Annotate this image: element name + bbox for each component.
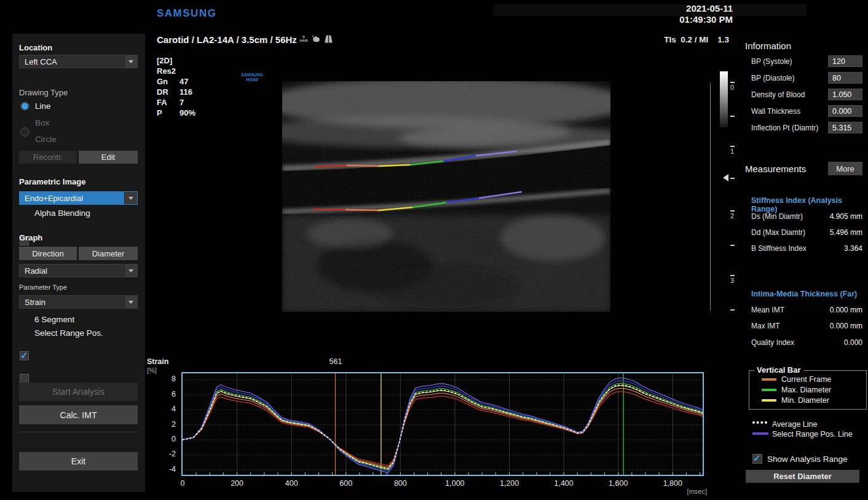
- radio-line[interactable]: [20, 101, 30, 111]
- ultrasound-image[interactable]: [282, 81, 610, 312]
- param-key: DR: [157, 87, 168, 97]
- select-range-pos-label: Select Range Pos.: [34, 328, 103, 338]
- select-range-line-label: Select Range Pos. Line: [772, 430, 853, 438]
- y-tick-label: 0: [159, 435, 176, 443]
- location-label: Location: [19, 43, 52, 52]
- measure-label: Mean IMT: [751, 306, 784, 314]
- system-date: 2021-05-11: [622, 3, 733, 14]
- bp-diastole-input[interactable]: 80: [828, 72, 862, 84]
- field-label: Inflection Pt (Diamtr): [751, 124, 818, 132]
- inflection-pt-input[interactable]: 5.315: [828, 122, 862, 133]
- imt-section-title: Intima-Media Thickness (Far): [751, 290, 857, 298]
- measure-label: Dd (Max Diamtr): [751, 228, 805, 237]
- more-button[interactable]: More: [828, 162, 862, 175]
- far_wall-segment: [314, 209, 346, 210]
- ruler-tick: [730, 210, 735, 212]
- wall-thickness-input[interactable]: 0.000: [828, 105, 862, 117]
- measure-label: Max IMT: [751, 322, 780, 330]
- graph-mode-value: Radial: [25, 266, 47, 276]
- device-watermark: SAMSUNG HS80: [237, 73, 267, 82]
- graph-title: Strain: [147, 357, 168, 366]
- calc-imt-button[interactable]: Calc. IMT: [19, 405, 138, 424]
- param-key: Gn: [157, 77, 168, 86]
- direction-button[interactable]: Direction: [19, 247, 77, 260]
- measure-label: Quality Index: [751, 338, 794, 347]
- parameter-type-label: Parameter Type: [19, 284, 67, 291]
- depth-label: 3: [728, 277, 736, 284]
- x-tick-label: 1,600: [604, 479, 633, 488]
- param-key: FA: [157, 98, 167, 107]
- x-tick-label: 800: [385, 479, 415, 488]
- field-label: BP (Systole): [751, 57, 792, 66]
- x-tick-label: 1,400: [549, 479, 578, 488]
- average-curve: [183, 385, 703, 469]
- start-analysis-button[interactable]: Start Analysis: [19, 383, 138, 401]
- ruler-tick: [730, 146, 735, 147]
- left-control-panel: Location Left CCA Drawing Type Line Box …: [12, 34, 145, 492]
- edit-button[interactable]: Edit: [79, 151, 138, 164]
- location-dropdown[interactable]: Left CCA: [19, 55, 138, 68]
- x-tick-label: 1,800: [658, 479, 687, 488]
- measure-value: 0.000: [799, 338, 862, 347]
- mode-label: [2D]: [157, 56, 172, 65]
- show-analysis-range-checkbox[interactable]: [752, 454, 762, 464]
- near_wall-segment: [315, 165, 347, 167]
- measure-value: 3.364: [799, 244, 862, 253]
- measure-label: B Stiffness Index: [751, 244, 807, 253]
- harmonic-icon: S HAR: [299, 35, 309, 42]
- graph-mode-dropdown[interactable]: Radial: [19, 264, 138, 277]
- near_wall-segment: [476, 151, 516, 156]
- recontr-button[interactable]: Recontr.: [19, 151, 77, 164]
- exit-button[interactable]: Exit: [19, 452, 138, 470]
- samsung-logo: SAMSUNG: [157, 7, 216, 20]
- blood-density-input[interactable]: 1.050: [828, 89, 862, 100]
- six-segment-checkbox[interactable]: [20, 351, 29, 360]
- alpha-blending-label: Alpha Blending: [34, 208, 90, 218]
- six-segment-label: 6 Segment: [34, 315, 74, 324]
- param-value: 47: [180, 77, 188, 86]
- average-line-swatch: [752, 421, 767, 424]
- diameter-button[interactable]: Diameter: [79, 247, 138, 260]
- parametric-image-dropdown[interactable]: Endo+Epicardial: [19, 191, 138, 205]
- drawing-type-label: Drawing Type: [19, 88, 68, 97]
- chevron-down-icon: [124, 192, 137, 204]
- measure-value: 0.000 mm: [799, 322, 862, 330]
- preset-label: Res2: [157, 66, 176, 76]
- ti-mi-indicator: TIs 0.2 / MI 1.3: [622, 35, 729, 44]
- graph-y-unit: [%]: [147, 367, 157, 374]
- reset-diameter-button[interactable]: Reset Diameter: [746, 470, 859, 483]
- x-tick-label: 0: [168, 479, 197, 488]
- y-tick-label: 2: [159, 420, 176, 429]
- probe-orientation-icon: [324, 34, 333, 44]
- parametric-image-label: Parametric Image: [19, 177, 85, 186]
- x-tick-label: 1,200: [495, 479, 524, 488]
- near_wall-segment: [411, 161, 444, 165]
- depth-label: 2: [728, 212, 736, 220]
- wall-tracking-overlay: [282, 81, 610, 312]
- graph-x-unit: [msec]: [645, 488, 707, 495]
- radio-box[interactable]: [20, 127, 30, 137]
- parameter-type-dropdown[interactable]: Strain: [19, 295, 138, 309]
- ruler-tick: [730, 116, 735, 117]
- x-tick-label: 600: [331, 479, 361, 488]
- y-tick-label: -2: [159, 450, 176, 458]
- field-label: Wall Thickness: [751, 107, 800, 116]
- bp-systole-input[interactable]: 120: [828, 55, 862, 67]
- measure-value: 5.496 mm: [799, 228, 862, 237]
- measure-value: 4.905 mm: [799, 212, 862, 221]
- y-tick-label: 6: [159, 390, 176, 399]
- param-value: 7: [180, 98, 184, 107]
- near_wall-segment: [444, 156, 476, 161]
- select-range-pos-checkbox[interactable]: [20, 374, 29, 383]
- current-frame-number: 561: [323, 357, 348, 366]
- parametric-image-value: Endo+Epicardial: [25, 194, 83, 203]
- information-title: Information: [745, 41, 791, 51]
- vertical-bar-legend-title: Vertical Bar: [754, 365, 803, 375]
- y-tick-label: 8: [159, 375, 176, 383]
- max-diameter-swatch: [762, 389, 776, 391]
- measure-label: Ds (Min Diamtr): [751, 212, 803, 221]
- radio-line-label: Line: [35, 101, 51, 111]
- near_wall-segment: [347, 165, 379, 166]
- x-tick-label: 200: [223, 479, 252, 488]
- min-diameter-swatch: [762, 399, 776, 402]
